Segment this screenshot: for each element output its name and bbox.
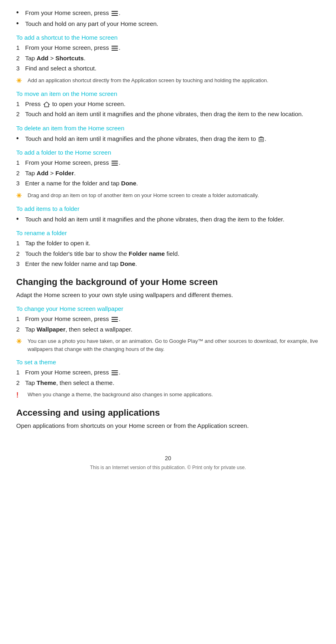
- list-item: • Touch and hold an item until it magnif…: [16, 215, 320, 224]
- section-delete-item: To delete an item from the Home screen •…: [16, 125, 320, 144]
- menu-icon: [111, 317, 118, 322]
- home-icon: [43, 102, 50, 107]
- list-item: 1 From your Home screen, press .: [16, 43, 320, 53]
- intro-bullet-list: • From your Home screen, press . • Touch…: [16, 8, 320, 28]
- list-item: • Touch and hold on any part of your Hom…: [16, 19, 320, 29]
- list-item: • From your Home screen, press .: [16, 8, 320, 18]
- tip-icon: ✳: [16, 77, 28, 85]
- section-heading: To delete an item from the Home screen: [16, 125, 320, 132]
- section-heading: To rename a folder: [16, 230, 320, 236]
- list-item: 2 Tap Add > Folder.: [16, 169, 320, 178]
- section-heading: To move an item on the Home screen: [16, 90, 320, 97]
- menu-icon: [111, 370, 118, 375]
- numbered-list: 1 From your Home screen, press . 2 Tap T…: [16, 368, 320, 387]
- tip-box: ✳ Add an application shortcut directly f…: [16, 77, 320, 85]
- section-heading: To add a folder to the Home screen: [16, 149, 320, 156]
- subsection-wallpaper: To change your Home screen wallpaper 1 F…: [16, 305, 320, 353]
- section-heading: To set a theme: [16, 359, 320, 366]
- trash-icon: [259, 136, 264, 142]
- bullet-icon: •: [16, 134, 25, 142]
- list-item: 2 Touch and hold an item until it magnif…: [16, 110, 320, 119]
- bullet-list: • Touch and hold an item until it magnif…: [16, 134, 320, 144]
- tip-icon: ✳: [16, 192, 28, 200]
- section-heading: To add items to a folder: [16, 205, 320, 212]
- section-heading: To add a shortcut to the Home screen: [16, 34, 320, 41]
- section-move-item: To move an item on the Home screen 1 Pre…: [16, 90, 320, 119]
- list-item: 1 Press to open your Home screen.: [16, 100, 320, 109]
- list-item: 2 Touch the folder's title bar to show t…: [16, 249, 320, 259]
- list-item: 2 Tap Theme, then select a theme.: [16, 378, 320, 388]
- list-item: 2 Tap Add > Shortcuts.: [16, 54, 320, 63]
- tip-box: ✳ You can use a photo you have taken, or…: [16, 337, 320, 353]
- warn-icon: !: [16, 391, 28, 400]
- numbered-list: 1 Press to open your Home screen. 2 Touc…: [16, 100, 320, 119]
- section-add-shortcut: To add a shortcut to the Home screen 1 F…: [16, 34, 320, 85]
- section-add-folder: To add a folder to the Home screen 1 Fro…: [16, 149, 320, 200]
- warn-box: ! When you change a theme, the backgroun…: [16, 391, 320, 400]
- menu-icon: [111, 46, 118, 51]
- section-description: Adapt the Home screen to your own style …: [16, 291, 320, 300]
- page-footer: 20 This is an Internet version of this p…: [16, 455, 320, 470]
- tip-icon: ✳: [16, 338, 28, 345]
- numbered-list: 1 From your Home screen, press . 2 Tap A…: [16, 43, 320, 73]
- section-accessing-apps: Accessing and using applications Open ap…: [16, 408, 320, 431]
- numbered-list: 1 Tap the folder to open it. 2 Touch the…: [16, 239, 320, 269]
- list-item: 1 From your Home screen, press .: [16, 368, 320, 377]
- list-item: 2 Tap Wallpaper, then select a wallpaper…: [16, 325, 320, 334]
- list-item: 1 Tap the folder to open it.: [16, 239, 320, 248]
- section-heading: To change your Home screen wallpaper: [16, 305, 320, 312]
- bullet-icon: •: [16, 19, 25, 27]
- subsection-theme: To set a theme 1 From your Home screen, …: [16, 359, 320, 400]
- list-item: 3 Find and select a shortcut.: [16, 64, 320, 73]
- section-rename-folder: To rename a folder 1 Tap the folder to o…: [16, 230, 320, 269]
- section-add-items-folder: To add items to a folder • Touch and hol…: [16, 205, 320, 224]
- list-item: • Touch and hold an item until it magnif…: [16, 134, 320, 144]
- big-heading: Changing the background of your Home scr…: [16, 277, 320, 287]
- list-item: 1 From your Home screen, press .: [16, 315, 320, 324]
- list-item: 3 Enter a name for the folder and tap Do…: [16, 179, 320, 188]
- menu-icon: [111, 11, 118, 16]
- numbered-list: 1 From your Home screen, press . 2 Tap A…: [16, 158, 320, 188]
- section-background: Changing the background of your Home scr…: [16, 277, 320, 400]
- bullet-list: • Touch and hold an item until it magnif…: [16, 215, 320, 224]
- bullet-icon: •: [16, 8, 25, 16]
- bullet-icon: •: [16, 215, 25, 223]
- footer-legal: This is an Internet version of this publ…: [16, 465, 320, 470]
- numbered-list: 1 From your Home screen, press . 2 Tap W…: [16, 315, 320, 334]
- section-description: Open applications from shortcuts on your…: [16, 421, 320, 431]
- list-item: 1 From your Home screen, press .: [16, 158, 320, 168]
- page-number: 20: [16, 455, 320, 461]
- tip-box: ✳ Drag and drop an item on top of anothe…: [16, 191, 320, 200]
- big-heading: Accessing and using applications: [16, 408, 320, 418]
- menu-icon: [111, 161, 118, 166]
- svg-marker-0: [44, 102, 49, 107]
- list-item: 3 Enter the new folder name and tap Done…: [16, 259, 320, 269]
